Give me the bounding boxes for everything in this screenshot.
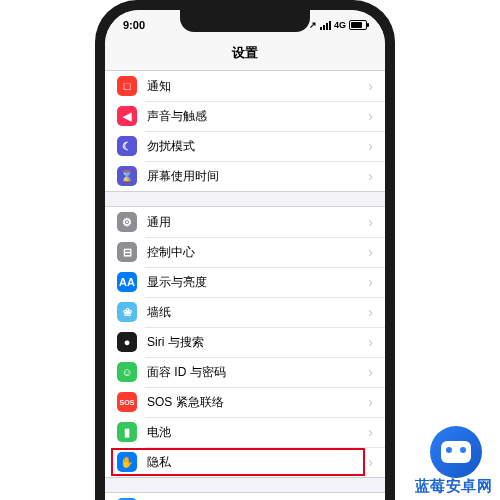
chevron-right-icon: › xyxy=(368,214,373,230)
display-icon: AA xyxy=(117,272,137,292)
screentime-icon: ⌛ xyxy=(117,166,137,186)
status-time: 9:00 xyxy=(123,19,145,31)
signal-icon xyxy=(320,21,331,30)
row-privacy[interactable]: ✋隐私› xyxy=(105,447,385,477)
privacy-label: 隐私 xyxy=(147,454,368,471)
control-center-label: 控制中心 xyxy=(147,244,368,261)
notifications-label: 通知 xyxy=(147,78,368,95)
wallpaper-icon: ❀ xyxy=(117,302,137,322)
dnd-icon: ☾ xyxy=(117,136,137,156)
status-arrow: ↗ xyxy=(309,20,317,30)
chevron-right-icon: › xyxy=(368,108,373,124)
sounds-icon: ◀ xyxy=(117,106,137,126)
general-icon: ⚙ xyxy=(117,212,137,232)
sos-label: SOS 紧急联络 xyxy=(147,394,368,411)
chevron-right-icon: › xyxy=(368,274,373,290)
faceid-icon: ☺ xyxy=(117,362,137,382)
status-carrier: 4G xyxy=(334,20,346,30)
battery-label: 电池 xyxy=(147,424,368,441)
row-control-center[interactable]: ⊟控制中心› xyxy=(105,237,385,267)
row-wallpaper[interactable]: ❀墙纸› xyxy=(105,297,385,327)
chevron-right-icon: › xyxy=(368,244,373,260)
row-screentime[interactable]: ⌛屏幕使用时间› xyxy=(105,161,385,191)
phone-frame: 9:00 ↗ 4G 设置 □通知›◀声音与触感›☾勿扰模式›⌛屏幕使用时间›⚙通… xyxy=(95,0,395,500)
dnd-label: 勿扰模式 xyxy=(147,138,368,155)
chevron-right-icon: › xyxy=(368,138,373,154)
battery-icon xyxy=(349,20,367,30)
chevron-right-icon: › xyxy=(368,168,373,184)
row-general[interactable]: ⚙通用› xyxy=(105,207,385,237)
general-label: 通用 xyxy=(147,214,368,231)
row-sos[interactable]: SOSSOS 紧急联络› xyxy=(105,387,385,417)
row-itunes[interactable]: AiTunes Store 与 App Store› xyxy=(105,493,385,500)
settings-group: AiTunes Store 与 App Store›▭钱包与 Apple Pay… xyxy=(105,492,385,500)
row-battery[interactable]: ▮电池› xyxy=(105,417,385,447)
control-center-icon: ⊟ xyxy=(117,242,137,262)
watermark-logo xyxy=(430,426,482,478)
battery-icon: ▮ xyxy=(117,422,137,442)
sos-icon: SOS xyxy=(117,392,137,412)
chevron-right-icon: › xyxy=(368,424,373,440)
notch xyxy=(180,10,310,32)
row-notifications[interactable]: □通知› xyxy=(105,71,385,101)
row-sounds[interactable]: ◀声音与触感› xyxy=(105,101,385,131)
settings-list[interactable]: □通知›◀声音与触感›☾勿扰模式›⌛屏幕使用时间›⚙通用›⊟控制中心›AA显示与… xyxy=(105,71,385,500)
row-faceid[interactable]: ☺面容 ID 与密码› xyxy=(105,357,385,387)
settings-group: ⚙通用›⊟控制中心›AA显示与亮度›❀墙纸›●Siri 与搜索›☺面容 ID 与… xyxy=(105,206,385,478)
chevron-right-icon: › xyxy=(368,394,373,410)
row-display[interactable]: AA显示与亮度› xyxy=(105,267,385,297)
display-label: 显示与亮度 xyxy=(147,274,368,291)
faceid-label: 面容 ID 与密码 xyxy=(147,364,368,381)
chevron-right-icon: › xyxy=(368,454,373,470)
wallpaper-label: 墙纸 xyxy=(147,304,368,321)
page-title: 设置 xyxy=(105,40,385,71)
chevron-right-icon: › xyxy=(368,334,373,350)
chevron-right-icon: › xyxy=(368,78,373,94)
settings-group: □通知›◀声音与触感›☾勿扰模式›⌛屏幕使用时间› xyxy=(105,71,385,192)
screentime-label: 屏幕使用时间 xyxy=(147,168,368,185)
watermark-brand: 蓝莓安卓网 xyxy=(415,477,493,496)
chevron-right-icon: › xyxy=(368,364,373,380)
notifications-icon: □ xyxy=(117,76,137,96)
row-siri[interactable]: ●Siri 与搜索› xyxy=(105,327,385,357)
chevron-right-icon: › xyxy=(368,304,373,320)
row-dnd[interactable]: ☾勿扰模式› xyxy=(105,131,385,161)
privacy-icon: ✋ xyxy=(117,452,137,472)
siri-icon: ● xyxy=(117,332,137,352)
sounds-label: 声音与触感 xyxy=(147,108,368,125)
phone-screen: 9:00 ↗ 4G 设置 □通知›◀声音与触感›☾勿扰模式›⌛屏幕使用时间›⚙通… xyxy=(105,10,385,500)
siri-label: Siri 与搜索 xyxy=(147,334,368,351)
